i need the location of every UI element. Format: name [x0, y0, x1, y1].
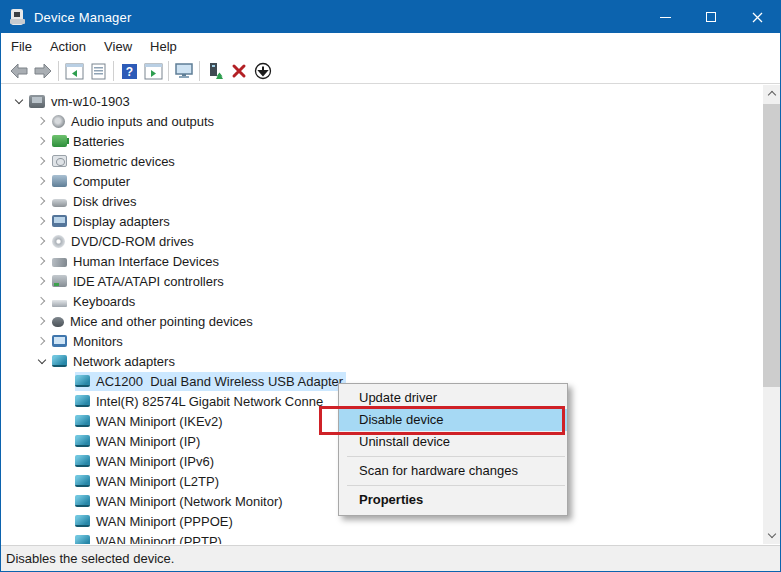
back-button[interactable]	[7, 60, 31, 82]
context-menu-item-disable-device[interactable]: Disable device	[339, 409, 567, 431]
tree-item-monitors[interactable]: Monitors	[1, 331, 763, 351]
close-icon	[752, 12, 763, 23]
close-button[interactable]	[734, 1, 780, 33]
chevron-collapsed-icon[interactable]	[32, 151, 52, 171]
tree-item-hid[interactable]: Human Interface Devices	[1, 251, 763, 271]
chevron-collapsed-icon[interactable]	[32, 191, 52, 211]
uninstall-x-icon	[231, 63, 247, 79]
tree-item-root[interactable]: vm-w10-1903	[1, 91, 763, 111]
toolbar: ?	[1, 59, 780, 84]
chevron-down-icon	[767, 530, 775, 538]
chevron-collapsed-icon[interactable]	[32, 271, 52, 291]
minimize-button[interactable]	[642, 1, 688, 33]
menu-separator	[347, 485, 565, 486]
scroll-up-button[interactable]	[763, 85, 780, 102]
tree-item-mice[interactable]: Mice and other pointing devices	[1, 311, 763, 331]
tree-item-ide-controllers[interactable]: IDE ATA/ATAPI controllers	[1, 271, 763, 291]
menu-separator	[347, 456, 565, 457]
menu-action[interactable]: Action	[41, 35, 95, 58]
maximize-icon	[706, 12, 716, 22]
device-manager-icon	[10, 9, 25, 25]
network-adapter-icon	[75, 515, 90, 527]
help-icon: ?	[121, 63, 138, 80]
tree-item-audio[interactable]: Audio inputs and outputs	[1, 111, 763, 131]
uninstall-device-button[interactable]	[227, 60, 251, 82]
disable-device-button[interactable]	[251, 60, 275, 82]
network-adapter-icon	[75, 415, 90, 427]
disable-down-arrow-icon	[254, 62, 272, 80]
chevron-collapsed-icon[interactable]	[32, 171, 52, 191]
window-title: Device Manager	[34, 10, 131, 25]
properties-icon	[90, 63, 107, 80]
tree-item-wan-pptp[interactable]: WAN Miniport (PPTP)	[1, 531, 763, 544]
update-driver-button[interactable]	[203, 60, 227, 82]
menu-file[interactable]: File	[2, 35, 41, 58]
chevron-collapsed-icon[interactable]	[32, 231, 52, 251]
console-tree-icon	[65, 63, 84, 80]
chevron-collapsed-icon[interactable]	[32, 111, 52, 131]
audio-icon	[52, 115, 65, 128]
network-adapter-icon	[75, 535, 90, 544]
ide-controller-icon	[52, 275, 67, 287]
hid-icon	[52, 258, 67, 267]
keyboard-icon	[52, 300, 67, 307]
back-arrow-icon	[9, 62, 29, 80]
context-menu-item-uninstall-device[interactable]: Uninstall device	[339, 431, 567, 453]
network-adapter-icon	[75, 395, 90, 407]
network-adapter-icon	[52, 355, 67, 367]
tree-item-network-adapters[interactable]: Network adapters	[1, 351, 763, 371]
context-menu-item-update-driver[interactable]: Update driver	[339, 387, 567, 409]
tree-item-dvd-drives[interactable]: DVD/CD-ROM drives	[1, 231, 763, 251]
chevron-collapsed-icon[interactable]	[32, 251, 52, 271]
show-console-tree-button[interactable]	[62, 60, 86, 82]
chevron-collapsed-icon[interactable]	[32, 211, 52, 231]
context-menu: Update driver Disable device Uninstall d…	[338, 383, 568, 516]
tree-item-display-adapters[interactable]: Display adapters	[1, 211, 763, 231]
vertical-scrollbar[interactable]	[763, 85, 780, 544]
battery-icon	[52, 135, 67, 147]
forward-arrow-icon	[33, 62, 53, 80]
status-text: Disables the selected device.	[6, 551, 174, 566]
network-adapter-icon	[75, 435, 90, 447]
show-action-pane-button[interactable]	[141, 60, 165, 82]
scrollbar-thumb[interactable]	[763, 104, 780, 387]
svg-text:?: ?	[125, 65, 132, 79]
chevron-collapsed-icon[interactable]	[32, 131, 52, 151]
maximize-button[interactable]	[688, 1, 734, 33]
status-bar: Disables the selected device.	[1, 545, 780, 571]
dvd-drive-icon	[52, 235, 65, 248]
menu-bar: File Action View Help	[1, 33, 780, 59]
context-menu-item-properties[interactable]: Properties	[339, 489, 567, 511]
menu-view[interactable]: View	[95, 35, 141, 58]
minimize-icon	[660, 17, 671, 18]
tree-item-disk-drives[interactable]: Disk drives	[1, 191, 763, 211]
chevron-up-icon	[767, 91, 775, 99]
computer-icon	[52, 175, 67, 187]
help-button[interactable]: ?	[117, 60, 141, 82]
biometric-icon	[52, 155, 67, 167]
monitor-icon	[52, 335, 67, 347]
menu-help[interactable]: Help	[141, 35, 186, 58]
network-adapter-icon	[75, 475, 90, 487]
display-adapter-icon	[52, 215, 67, 227]
forward-button[interactable]	[31, 60, 55, 82]
network-adapter-icon	[75, 495, 90, 507]
context-menu-item-scan-hardware-changes[interactable]: Scan for hardware changes	[339, 460, 567, 482]
tree-item-computer[interactable]: Computer	[1, 171, 763, 191]
scroll-down-button[interactable]	[763, 527, 780, 544]
chevron-expanded-icon[interactable]	[9, 91, 29, 111]
scan-computer-icon	[174, 62, 194, 80]
chevron-collapsed-icon[interactable]	[32, 311, 52, 331]
chevron-collapsed-icon[interactable]	[32, 291, 52, 311]
chevron-collapsed-icon[interactable]	[32, 331, 52, 351]
properties-button[interactable]	[86, 60, 110, 82]
update-driver-icon	[206, 62, 224, 80]
scan-hardware-changes-button[interactable]	[172, 60, 196, 82]
device-manager-window: Device Manager File Action View Help	[0, 0, 781, 572]
tree-item-biometric[interactable]: Biometric devices	[1, 151, 763, 171]
chevron-expanded-icon[interactable]	[32, 351, 52, 371]
tree-item-keyboards[interactable]: Keyboards	[1, 291, 763, 311]
disk-drive-icon	[52, 199, 67, 207]
tree-item-batteries[interactable]: Batteries	[1, 131, 763, 151]
network-adapter-icon	[75, 455, 90, 467]
